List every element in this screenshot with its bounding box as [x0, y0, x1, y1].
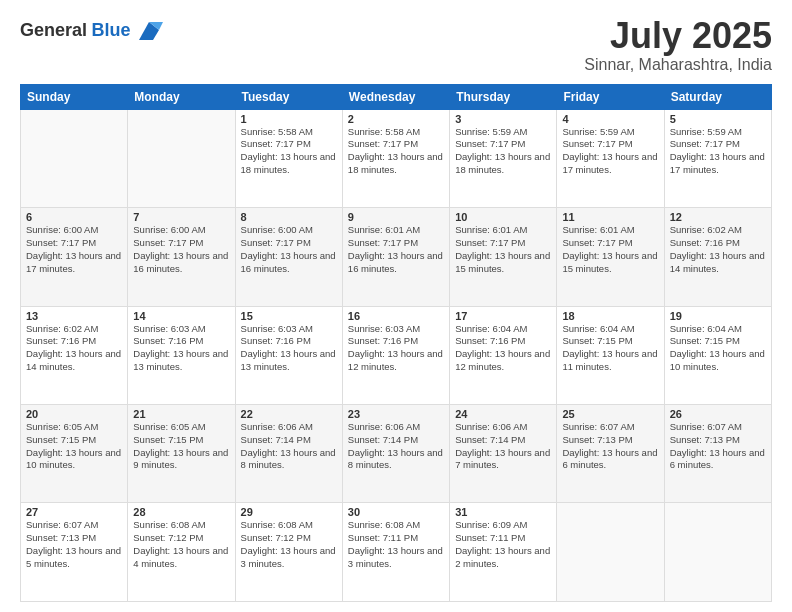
- calendar-week-row: 13 Sunrise: 6:02 AMSunset: 7:16 PMDaylig…: [21, 306, 772, 404]
- day-number: 6: [26, 211, 122, 223]
- table-row: [128, 109, 235, 207]
- page: General Blue July 2025 Sinnar, Maharasht…: [0, 0, 792, 612]
- day-info: Sunrise: 6:07 AMSunset: 7:13 PMDaylight:…: [26, 519, 121, 568]
- day-info: Sunrise: 6:01 AMSunset: 7:17 PMDaylight:…: [562, 224, 657, 273]
- day-number: 9: [348, 211, 444, 223]
- day-number: 31: [455, 506, 551, 518]
- table-row: 16 Sunrise: 6:03 AMSunset: 7:16 PMDaylig…: [342, 306, 449, 404]
- table-row: 7 Sunrise: 6:00 AMSunset: 7:17 PMDayligh…: [128, 208, 235, 306]
- header: General Blue July 2025 Sinnar, Maharasht…: [20, 16, 772, 74]
- calendar-week-row: 1 Sunrise: 5:58 AMSunset: 7:17 PMDayligh…: [21, 109, 772, 207]
- col-wednesday: Wednesday: [342, 84, 449, 109]
- col-saturday: Saturday: [664, 84, 771, 109]
- day-number: 7: [133, 211, 229, 223]
- col-tuesday: Tuesday: [235, 84, 342, 109]
- day-info: Sunrise: 6:06 AMSunset: 7:14 PMDaylight:…: [455, 421, 550, 470]
- table-row: 29 Sunrise: 6:08 AMSunset: 7:12 PMDaylig…: [235, 503, 342, 602]
- day-number: 3: [455, 113, 551, 125]
- day-number: 13: [26, 310, 122, 322]
- logo-general: General: [20, 20, 87, 40]
- location-title: Sinnar, Maharashtra, India: [584, 56, 772, 74]
- table-row: 18 Sunrise: 6:04 AMSunset: 7:15 PMDaylig…: [557, 306, 664, 404]
- calendar-week-row: 6 Sunrise: 6:00 AMSunset: 7:17 PMDayligh…: [21, 208, 772, 306]
- table-row: 21 Sunrise: 6:05 AMSunset: 7:15 PMDaylig…: [128, 405, 235, 503]
- table-row: 26 Sunrise: 6:07 AMSunset: 7:13 PMDaylig…: [664, 405, 771, 503]
- table-row: 1 Sunrise: 5:58 AMSunset: 7:17 PMDayligh…: [235, 109, 342, 207]
- table-row: 13 Sunrise: 6:02 AMSunset: 7:16 PMDaylig…: [21, 306, 128, 404]
- day-number: 14: [133, 310, 229, 322]
- col-sunday: Sunday: [21, 84, 128, 109]
- table-row: [664, 503, 771, 602]
- table-row: 6 Sunrise: 6:00 AMSunset: 7:17 PMDayligh…: [21, 208, 128, 306]
- day-info: Sunrise: 6:04 AMSunset: 7:15 PMDaylight:…: [670, 323, 765, 372]
- day-info: Sunrise: 6:06 AMSunset: 7:14 PMDaylight:…: [348, 421, 443, 470]
- day-info: Sunrise: 6:05 AMSunset: 7:15 PMDaylight:…: [26, 421, 121, 470]
- day-info: Sunrise: 6:00 AMSunset: 7:17 PMDaylight:…: [241, 224, 336, 273]
- day-number: 17: [455, 310, 551, 322]
- table-row: 9 Sunrise: 6:01 AMSunset: 7:17 PMDayligh…: [342, 208, 449, 306]
- day-info: Sunrise: 6:03 AMSunset: 7:16 PMDaylight:…: [133, 323, 228, 372]
- day-info: Sunrise: 6:05 AMSunset: 7:15 PMDaylight:…: [133, 421, 228, 470]
- day-number: 8: [241, 211, 337, 223]
- day-number: 25: [562, 408, 658, 420]
- logo-blue: Blue: [92, 20, 131, 40]
- day-info: Sunrise: 5:59 AMSunset: 7:17 PMDaylight:…: [670, 126, 765, 175]
- table-row: 19 Sunrise: 6:04 AMSunset: 7:15 PMDaylig…: [664, 306, 771, 404]
- day-info: Sunrise: 6:03 AMSunset: 7:16 PMDaylight:…: [241, 323, 336, 372]
- table-row: 25 Sunrise: 6:07 AMSunset: 7:13 PMDaylig…: [557, 405, 664, 503]
- table-row: 12 Sunrise: 6:02 AMSunset: 7:16 PMDaylig…: [664, 208, 771, 306]
- col-monday: Monday: [128, 84, 235, 109]
- day-info: Sunrise: 6:03 AMSunset: 7:16 PMDaylight:…: [348, 323, 443, 372]
- table-row: 8 Sunrise: 6:00 AMSunset: 7:17 PMDayligh…: [235, 208, 342, 306]
- calendar-table: Sunday Monday Tuesday Wednesday Thursday…: [20, 84, 772, 602]
- table-row: 14 Sunrise: 6:03 AMSunset: 7:16 PMDaylig…: [128, 306, 235, 404]
- table-row: 22 Sunrise: 6:06 AMSunset: 7:14 PMDaylig…: [235, 405, 342, 503]
- day-number: 18: [562, 310, 658, 322]
- day-number: 26: [670, 408, 766, 420]
- day-number: 19: [670, 310, 766, 322]
- table-row: 15 Sunrise: 6:03 AMSunset: 7:16 PMDaylig…: [235, 306, 342, 404]
- day-info: Sunrise: 6:09 AMSunset: 7:11 PMDaylight:…: [455, 519, 550, 568]
- logo-icon: [135, 16, 163, 44]
- day-info: Sunrise: 5:59 AMSunset: 7:17 PMDaylight:…: [455, 126, 550, 175]
- day-info: Sunrise: 6:01 AMSunset: 7:17 PMDaylight:…: [348, 224, 443, 273]
- day-info: Sunrise: 5:59 AMSunset: 7:17 PMDaylight:…: [562, 126, 657, 175]
- day-info: Sunrise: 6:08 AMSunset: 7:12 PMDaylight:…: [133, 519, 228, 568]
- table-row: 27 Sunrise: 6:07 AMSunset: 7:13 PMDaylig…: [21, 503, 128, 602]
- day-number: 29: [241, 506, 337, 518]
- day-number: 22: [241, 408, 337, 420]
- day-number: 24: [455, 408, 551, 420]
- day-number: 27: [26, 506, 122, 518]
- table-row: 2 Sunrise: 5:58 AMSunset: 7:17 PMDayligh…: [342, 109, 449, 207]
- day-number: 16: [348, 310, 444, 322]
- day-number: 12: [670, 211, 766, 223]
- day-number: 21: [133, 408, 229, 420]
- calendar-week-row: 27 Sunrise: 6:07 AMSunset: 7:13 PMDaylig…: [21, 503, 772, 602]
- table-row: 10 Sunrise: 6:01 AMSunset: 7:17 PMDaylig…: [450, 208, 557, 306]
- day-info: Sunrise: 6:00 AMSunset: 7:17 PMDaylight:…: [133, 224, 228, 273]
- day-number: 10: [455, 211, 551, 223]
- calendar-header-row: Sunday Monday Tuesday Wednesday Thursday…: [21, 84, 772, 109]
- day-number: 1: [241, 113, 337, 125]
- day-info: Sunrise: 6:04 AMSunset: 7:15 PMDaylight:…: [562, 323, 657, 372]
- day-info: Sunrise: 5:58 AMSunset: 7:17 PMDaylight:…: [348, 126, 443, 175]
- table-row: 28 Sunrise: 6:08 AMSunset: 7:12 PMDaylig…: [128, 503, 235, 602]
- table-row: 30 Sunrise: 6:08 AMSunset: 7:11 PMDaylig…: [342, 503, 449, 602]
- day-number: 11: [562, 211, 658, 223]
- table-row: 24 Sunrise: 6:06 AMSunset: 7:14 PMDaylig…: [450, 405, 557, 503]
- day-number: 20: [26, 408, 122, 420]
- day-info: Sunrise: 6:07 AMSunset: 7:13 PMDaylight:…: [670, 421, 765, 470]
- day-info: Sunrise: 6:04 AMSunset: 7:16 PMDaylight:…: [455, 323, 550, 372]
- day-info: Sunrise: 6:06 AMSunset: 7:14 PMDaylight:…: [241, 421, 336, 470]
- day-info: Sunrise: 6:07 AMSunset: 7:13 PMDaylight:…: [562, 421, 657, 470]
- day-info: Sunrise: 6:00 AMSunset: 7:17 PMDaylight:…: [26, 224, 121, 273]
- day-info: Sunrise: 6:08 AMSunset: 7:12 PMDaylight:…: [241, 519, 336, 568]
- day-number: 5: [670, 113, 766, 125]
- table-row: 23 Sunrise: 6:06 AMSunset: 7:14 PMDaylig…: [342, 405, 449, 503]
- month-title: July 2025: [584, 16, 772, 56]
- day-info: Sunrise: 5:58 AMSunset: 7:17 PMDaylight:…: [241, 126, 336, 175]
- table-row: 20 Sunrise: 6:05 AMSunset: 7:15 PMDaylig…: [21, 405, 128, 503]
- day-number: 30: [348, 506, 444, 518]
- day-info: Sunrise: 6:08 AMSunset: 7:11 PMDaylight:…: [348, 519, 443, 568]
- day-number: 4: [562, 113, 658, 125]
